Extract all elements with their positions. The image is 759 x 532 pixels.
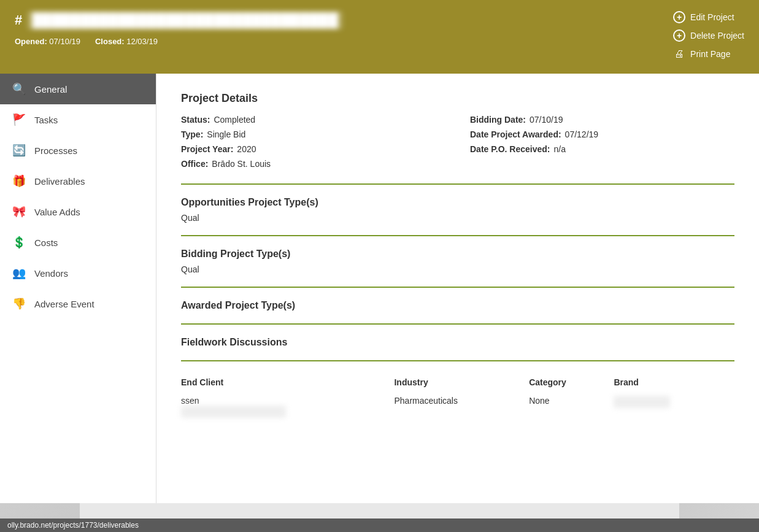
type-value: Single Bid bbox=[207, 129, 245, 139]
divider-4 bbox=[181, 323, 734, 325]
type-row: Type: Single Bid bbox=[181, 129, 445, 139]
value-adds-icon: 🎀 bbox=[12, 205, 26, 218]
awarded-title: Awarded Project Type(s) bbox=[181, 300, 734, 311]
opportunities-section: Opportunities Project Type(s) Qual bbox=[181, 197, 734, 223]
divider-3 bbox=[181, 287, 734, 288]
end-client-sub-redacted: ████████████████ bbox=[181, 406, 286, 418]
sidebar-label-costs: Costs bbox=[34, 237, 58, 248]
sidebar-item-deliverables[interactable]: 🎁 Deliverables bbox=[0, 166, 156, 196]
brand-value-redacted: ████████ bbox=[614, 396, 669, 408]
section-title: Project Details bbox=[181, 92, 734, 105]
sidebar-item-processes[interactable]: 🔄 Processes bbox=[0, 135, 156, 166]
bidding-date-label: Bidding Date: bbox=[470, 115, 526, 125]
closed-field: Closed: 12/03/19 bbox=[95, 37, 158, 46]
bidding-value: Qual bbox=[181, 264, 734, 274]
closed-date: 12/03/19 bbox=[126, 37, 158, 46]
brand-cell: ████████ bbox=[614, 392, 734, 422]
search-icon: 🔍 bbox=[12, 82, 26, 96]
opportunities-value: Qual bbox=[181, 213, 734, 223]
sidebar-item-tasks[interactable]: 🚩 Tasks bbox=[0, 104, 156, 135]
date-awarded-row: Date Project Awarded: 07/12/19 bbox=[470, 129, 734, 139]
sidebar-label-vendors: Vendors bbox=[34, 268, 68, 279]
sidebar-item-costs[interactable]: 💲 Costs bbox=[0, 227, 156, 258]
col-category: Category bbox=[529, 374, 614, 392]
sidebar-label-general: General bbox=[34, 84, 67, 94]
bidding-title: Bidding Project Type(s) bbox=[181, 249, 734, 260]
project-year-label: Project Year: bbox=[181, 144, 233, 154]
date-po-value: n/a bbox=[553, 144, 565, 154]
sidebar-item-vendors[interactable]: 👥 Vendors bbox=[0, 258, 156, 288]
end-client-cell: ssen ████████████████ bbox=[181, 392, 394, 422]
costs-icon: 💲 bbox=[12, 236, 26, 249]
client-table: End Client Industry Category Brand ssen … bbox=[181, 374, 734, 422]
type-label: Type: bbox=[181, 129, 203, 139]
project-year-value: 2020 bbox=[237, 144, 256, 154]
divider-1 bbox=[181, 183, 734, 185]
bidding-section: Bidding Project Type(s) Qual bbox=[181, 249, 734, 274]
table-row: ssen ████████████████ Pharmaceuticals No… bbox=[181, 392, 734, 422]
project-details-grid: Status: Completed Bidding Date: 07/10/19… bbox=[181, 115, 734, 169]
project-year-row: Project Year: 2020 bbox=[181, 144, 445, 154]
vendors-icon: 👥 bbox=[12, 266, 26, 280]
office-row: Office: Brādo St. Louis bbox=[181, 159, 445, 169]
date-awarded-label: Date Project Awarded: bbox=[470, 129, 561, 139]
print-page-label: Print Page bbox=[690, 49, 730, 59]
main-layout: 🔍 General 🚩 Tasks 🔄 Processes 🎁 Delivera… bbox=[0, 74, 759, 503]
divider-5 bbox=[181, 360, 734, 361]
delete-project-label: Delete Project bbox=[690, 31, 744, 40]
opened-field: Opened: 07/10/19 bbox=[15, 37, 80, 46]
sidebar-label-deliverables: Deliverables bbox=[34, 176, 85, 187]
header-actions: + Edit Project + Delete Project 🖨 Print … bbox=[673, 11, 744, 60]
adverse-event-icon: 👎 bbox=[12, 297, 26, 310]
sidebar: 🔍 General 🚩 Tasks 🔄 Processes 🎁 Delivera… bbox=[0, 74, 156, 503]
office-label: Office: bbox=[181, 159, 208, 169]
opened-date: 07/10/19 bbox=[49, 37, 80, 46]
closed-label: Closed: bbox=[95, 37, 125, 46]
sidebar-item-value-adds[interactable]: 🎀 Value Adds bbox=[0, 196, 156, 227]
header-bar: # ████████████████████████████████ Opene… bbox=[0, 0, 759, 74]
flag-icon: 🚩 bbox=[12, 113, 26, 126]
date-po-row: Date P.O. Received: n/a bbox=[470, 144, 734, 154]
content-area: Project Details Status: Completed Biddin… bbox=[156, 74, 759, 503]
col-brand: Brand bbox=[614, 374, 734, 392]
project-name: ████████████████████████████████ bbox=[27, 11, 343, 29]
category-cell: None bbox=[529, 392, 614, 422]
awarded-section: Awarded Project Type(s) bbox=[181, 300, 734, 311]
sidebar-label-adverse-event: Adverse Event bbox=[34, 299, 94, 309]
delete-project-icon: + bbox=[673, 29, 685, 42]
delete-project-button[interactable]: + Delete Project bbox=[673, 29, 744, 42]
end-client-suffix: ssen bbox=[181, 396, 199, 406]
processes-icon: 🔄 bbox=[12, 144, 26, 157]
header-meta: Opened: 07/10/19 Closed: 12/03/19 bbox=[15, 37, 343, 46]
header-title: # ████████████████████████████████ bbox=[15, 11, 343, 29]
sidebar-label-value-adds: Value Adds bbox=[34, 207, 80, 217]
col-end-client: End Client bbox=[181, 374, 394, 392]
date-po-label: Date P.O. Received: bbox=[470, 144, 550, 154]
fieldwork-section: Fieldwork Discussions bbox=[181, 337, 734, 348]
sidebar-item-general[interactable]: 🔍 General bbox=[0, 74, 156, 104]
sidebar-label-processes: Processes bbox=[34, 145, 77, 156]
office-value: Brādo St. Louis bbox=[212, 159, 271, 169]
edit-project-button[interactable]: + Edit Project bbox=[673, 11, 734, 23]
status-label: Status: bbox=[181, 115, 210, 125]
industry-cell: Pharmaceuticals bbox=[394, 392, 529, 422]
fieldwork-title: Fieldwork Discussions bbox=[181, 337, 734, 348]
status-value: Completed bbox=[214, 115, 255, 125]
header-left: # ████████████████████████████████ Opene… bbox=[15, 11, 343, 46]
bidding-date-value: 07/10/19 bbox=[530, 115, 563, 125]
sidebar-item-adverse-event[interactable]: 👎 Adverse Event bbox=[0, 288, 156, 319]
col-industry: Industry bbox=[394, 374, 529, 392]
bidding-date-row: Bidding Date: 07/10/19 bbox=[470, 115, 734, 125]
end-client-value: ssen ████████████████ bbox=[181, 396, 286, 417]
hash-symbol: # bbox=[15, 12, 22, 28]
sidebar-label-tasks: Tasks bbox=[34, 115, 58, 125]
print-page-button[interactable]: 🖨 Print Page bbox=[673, 48, 730, 60]
deliverables-icon: 🎁 bbox=[12, 174, 26, 188]
date-awarded-value: 07/12/19 bbox=[565, 129, 599, 139]
opportunities-title: Opportunities Project Type(s) bbox=[181, 197, 734, 208]
print-icon: 🖨 bbox=[673, 48, 685, 60]
edit-project-label: Edit Project bbox=[690, 12, 734, 22]
edit-project-icon: + bbox=[673, 11, 685, 23]
opened-label: Opened: bbox=[15, 37, 47, 46]
status-row: Status: Completed bbox=[181, 115, 445, 125]
